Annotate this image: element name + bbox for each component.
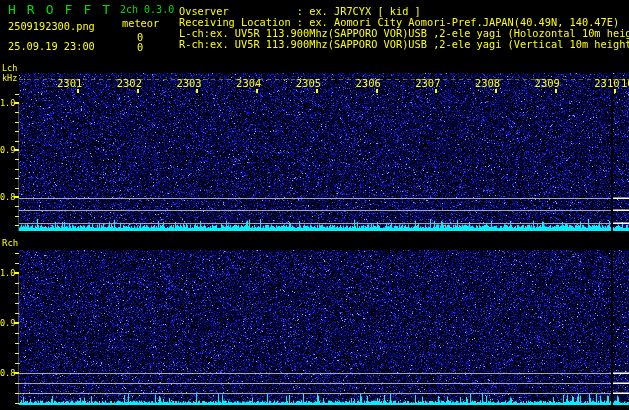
- time-label: 2302: [117, 78, 142, 89]
- time-label: 2310: [594, 78, 619, 89]
- freq-minor-tick: [15, 122, 19, 123]
- time-tick: [77, 89, 79, 93]
- freq-minor-tick: [15, 293, 19, 294]
- freq-minor-tick: [15, 159, 19, 160]
- freq-minor-tick: [15, 216, 19, 217]
- freq-minor-tick: [15, 353, 19, 354]
- freq-minor-tick: [15, 225, 19, 226]
- freq-minor-tick: [15, 141, 19, 142]
- time-label: 2304: [236, 78, 261, 89]
- freq-minor-tick: [15, 383, 19, 384]
- time-label: 2309: [535, 78, 560, 89]
- freq-minor-tick: [15, 343, 19, 344]
- freq-minor-tick: [15, 94, 19, 95]
- freq-minor-tick: [15, 131, 19, 132]
- meteor-count-bottom: 0: [137, 42, 143, 52]
- freq-major-tick: [14, 272, 19, 274]
- version-label: 2ch 0.3.0: [120, 5, 174, 15]
- observer-line: Ovserver : ex. JR7CYX [ kid ]: [179, 6, 421, 16]
- datetime-label: 25.09.19 23:00: [8, 41, 95, 51]
- time-label: 2306: [356, 78, 381, 89]
- freq-minor-tick: [15, 403, 19, 404]
- app-title: H R O F F T: [8, 3, 112, 16]
- freq-minor-tick: [15, 112, 19, 113]
- freq-minor-tick: [15, 283, 19, 284]
- time-label: 2305: [296, 78, 321, 89]
- freq-minor-tick: [15, 393, 19, 394]
- hrofft-screen: H R O F F T 2ch 0.3.0 2509192300.png met…: [0, 0, 629, 410]
- time-tick: [495, 89, 497, 93]
- time-tick: [316, 89, 318, 93]
- rch-receiver-line: R-ch:ex. UV5R 113.900Mhz(SAPPORO VOR)USB…: [179, 39, 629, 49]
- time-tick: [196, 89, 198, 93]
- time-tick: [614, 89, 616, 93]
- freq-minor-tick: [15, 313, 19, 314]
- freq-major-tick: [14, 196, 19, 198]
- freq-minor-tick: [15, 178, 19, 179]
- spectrogram-canvas: [0, 0, 629, 410]
- time-tick: [256, 89, 258, 93]
- location-line: Receiving Location : ex. Aomori City Aom…: [179, 17, 619, 27]
- mode-label: meteor: [122, 18, 159, 28]
- freq-minor-tick: [15, 169, 19, 170]
- freq-minor-tick: [15, 206, 19, 207]
- filename-label: 2509192300.png: [8, 21, 95, 31]
- time-label-overflow: 10: [621, 78, 629, 89]
- freq-minor-tick: [15, 333, 19, 334]
- freq-major-tick: [14, 322, 19, 324]
- freq-major-tick: [14, 149, 19, 151]
- freq-major-tick: [14, 372, 19, 374]
- time-tick: [137, 89, 139, 93]
- rch-panel-label: Rch: [2, 239, 18, 248]
- time-label: 2301: [57, 78, 82, 89]
- time-label: 2303: [176, 78, 201, 89]
- freq-minor-tick: [15, 263, 19, 264]
- freq-minor-tick: [15, 363, 19, 364]
- freq-major-tick: [14, 102, 19, 104]
- time-label: 2308: [475, 78, 500, 89]
- freq-minor-tick: [15, 253, 19, 254]
- time-label: 2307: [415, 78, 440, 89]
- time-tick: [376, 89, 378, 93]
- time-tick: [435, 89, 437, 93]
- freq-minor-tick: [15, 303, 19, 304]
- lch-receiver-line: L-ch:ex. UV5R 113.900Mhz(SAPPORO VOR)USB…: [179, 28, 629, 38]
- khz-unit-label: kHz: [2, 74, 17, 83]
- time-tick: [555, 89, 557, 93]
- lch-panel-label: Lch: [2, 64, 17, 73]
- freq-minor-tick: [15, 188, 19, 189]
